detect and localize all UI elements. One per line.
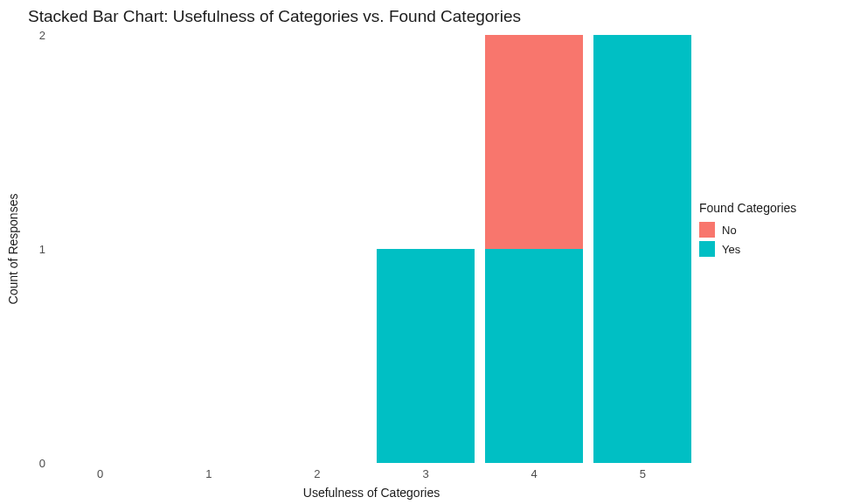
bar-segment (485, 249, 583, 463)
bar-segment (377, 249, 475, 463)
x-tick-label: 3 (422, 467, 428, 480)
legend-item: No (699, 222, 857, 238)
legend-swatch (699, 241, 715, 257)
legend-title: Found Categories (699, 201, 857, 215)
y-axis-title: Count of Responses (5, 35, 21, 463)
x-tick-label: 1 (205, 467, 212, 480)
x-axis-title: Usefulness of Categories (57, 486, 686, 500)
plot-panel (57, 35, 686, 463)
chart-title: Stacked Bar Chart: Usefulness of Categor… (28, 7, 521, 26)
bar-segment (485, 35, 583, 249)
legend: Found Categories NoYes (699, 201, 857, 260)
legend-label: No (722, 224, 737, 237)
legend-items: NoYes (699, 222, 857, 257)
x-tick-label: 0 (97, 467, 103, 480)
bar-segment (593, 35, 691, 463)
legend-item: Yes (699, 241, 857, 257)
chart-container: Stacked Bar Chart: Usefulness of Categor… (0, 0, 867, 504)
legend-label: Yes (722, 243, 740, 256)
bars-layer (57, 35, 686, 463)
y-axis-title-text: Count of Responses (6, 194, 20, 305)
x-tick-label: 5 (640, 467, 646, 480)
legend-swatch (699, 222, 715, 238)
x-axis-labels: 012345 (57, 467, 686, 485)
x-tick-label: 4 (531, 467, 538, 480)
x-tick-label: 2 (314, 467, 320, 480)
